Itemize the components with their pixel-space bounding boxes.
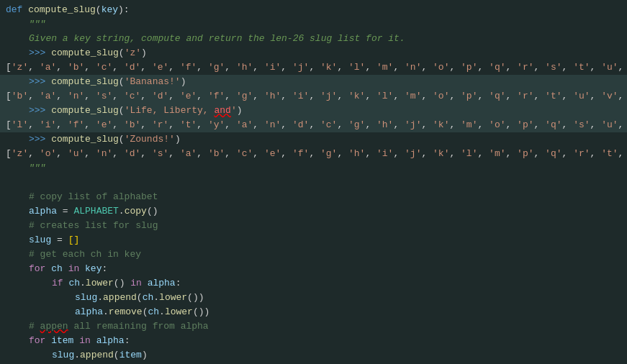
repl-arg-2: 'Bananas!' [125, 75, 181, 89]
line-repl2-output: ['b', 'a', 'n', 's', 'c', 'd', 'e', 'f',… [0, 89, 627, 104]
line-def: def compute_slug(key): [0, 3, 627, 17]
line-slug-append2: slug.append(item) [0, 348, 627, 363]
line-slug-append: slug.append(ch.lower()) [0, 291, 627, 305]
code-editor: def compute_slug(key): """ Given a key s… [0, 0, 627, 364]
line-repl3-input: >>> compute_slug('Life, Liberty, and') [0, 104, 627, 118]
line-if1: if ch.lower() in alpha: [0, 276, 627, 291]
repl-arg-3-and: and [214, 104, 230, 118]
keyword-in-3: in [79, 334, 96, 348]
punct-paren-close: ): [118, 3, 130, 17]
repl-fn-3: compute_slug [51, 104, 119, 118]
line-alpha-remove: alpha.remove(ch.lower()) [0, 305, 627, 319]
line-blank1 [0, 176, 627, 190]
line-docstring-close: """ [0, 161, 627, 176]
docstring-close: """ [29, 161, 45, 176]
repl-prompt-4: >>> [29, 132, 51, 147]
param-key: key [102, 3, 118, 17]
comment-1: # copy list of alphabet [29, 190, 158, 204]
var-ch3: ch [143, 291, 154, 305]
repl-fn-4: compute_slug [51, 132, 119, 147]
keyword-if: if [52, 276, 68, 291]
keyword-def: def [6, 3, 28, 17]
line-for1: for ch in key: [0, 262, 627, 276]
method-append1: append [103, 291, 137, 305]
line-comment2: # creates list for slug [0, 219, 627, 233]
keyword-for-2: for [29, 334, 51, 348]
var-slug: slug [29, 233, 51, 247]
repl-arg-1: 'z' [125, 46, 141, 60]
repl-fn-2: compute_slug [51, 75, 119, 89]
method-lower1: lower [86, 276, 114, 291]
line-comment1: # copy list of alphabet [0, 190, 627, 204]
repl-arg-4: 'Zounds!' [125, 132, 175, 147]
var-ch: ch [51, 262, 68, 276]
method-copy: copy [125, 204, 147, 219]
repl-prompt-2: >>> [29, 75, 51, 89]
var-slug2: slug [75, 291, 97, 305]
var-slug3: slug [52, 348, 74, 363]
comment-3: # get each ch in key [29, 247, 141, 262]
brackets-empty: [] [68, 233, 80, 247]
line-for2: for item in alpha: [0, 334, 627, 348]
keyword-for: for [29, 262, 51, 276]
function-name: compute_slug [28, 3, 96, 17]
method-append2: append [80, 348, 114, 363]
repl-arg-3: 'Life, Liberty, [125, 104, 215, 118]
comment-4: # appen all remaining from alpha [29, 319, 209, 334]
keyword-in: in [68, 262, 85, 276]
line-repl3-output: ['l', 'i', 'f', 'e', 'b', 'r', 't', 'y',… [0, 118, 627, 132]
line-repl4-output: ['z', 'o', 'u', 'n', 'd', 's', 'a', 'b',… [0, 147, 627, 161]
var-alpha4: alpha [96, 334, 125, 348]
line-repl1-output: ['z', 'a', 'b', 'c', 'd', 'e', 'f', 'g',… [0, 60, 627, 75]
line-repl2-input: >>> compute_slug('Bananas!') [0, 75, 627, 89]
var-item2: item [119, 348, 142, 363]
repl-prompt-3: >>> [29, 104, 51, 118]
punct-paren: ( [96, 3, 102, 17]
line-alpha-assign: alpha = ALPHABET.copy() [0, 204, 627, 219]
line-docstring-open: """ [0, 17, 627, 32]
method-lower3: lower [165, 305, 193, 319]
var-key: key [85, 262, 102, 276]
line-repl4-input: >>> compute_slug('Zounds!') [0, 132, 627, 147]
line-slug-assign: slug = [] [0, 233, 627, 247]
var-ch4: ch [148, 305, 159, 319]
var-ch2: ch [68, 276, 80, 291]
repl-fn-1: compute_slug [51, 46, 119, 60]
builtin-alphabet: ALPHABET [73, 204, 118, 219]
docstring-text: Given a key string, compute and return t… [29, 32, 405, 46]
method-remove: remove [109, 305, 143, 319]
keyword-in-2: in [130, 276, 147, 291]
line-comment4: # appen all remaining from alpha [0, 319, 627, 334]
var-alpha: alpha [29, 204, 57, 219]
docstring-open: """ [29, 17, 45, 32]
line-repl1-input: >>> compute_slug('z') [0, 46, 627, 60]
line-docstring-text: Given a key string, compute and return t… [0, 32, 627, 46]
line-comment3: # get each ch in key [0, 247, 627, 262]
repl-prompt-1: >>> [29, 46, 51, 60]
comment-2: # creates list for slug [29, 219, 158, 233]
var-alpha2: alpha [148, 276, 176, 291]
var-alpha3: alpha [75, 305, 103, 319]
method-lower2: lower [159, 291, 187, 305]
var-item: item [51, 334, 79, 348]
